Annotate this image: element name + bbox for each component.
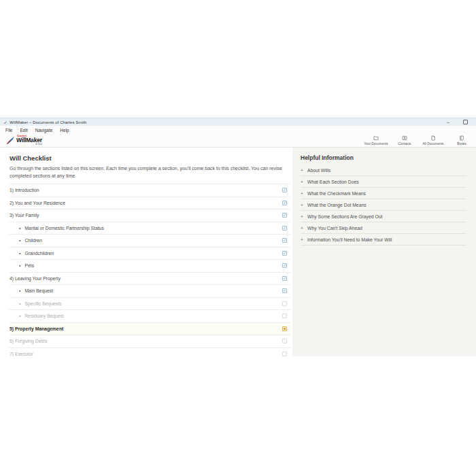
checklist-row[interactable]: •Pets✓: [10, 259, 290, 272]
helpful-info-panel: Helpful Information +About Wills+What Ea…: [292, 148, 476, 356]
title-bar: WillMaker – Documents of Charles Smith –: [0, 118, 476, 126]
checklist-row[interactable]: •Main Bequest✓: [10, 284, 290, 297]
expand-plus-icon: +: [301, 214, 303, 219]
bullet-icon: •: [19, 301, 20, 306]
toolbar-contacts[interactable]: Contacts: [390, 135, 419, 146]
toolbar-your-documents[interactable]: Your Documents: [362, 135, 390, 146]
checklist-description: Go through the sections listed on this s…: [10, 165, 287, 180]
bullet-icon: •: [19, 288, 20, 293]
toolbar-books[interactable]: Books: [447, 135, 476, 146]
empty-checkbox-icon: [282, 352, 287, 356]
menu-item-help[interactable]: Help: [60, 128, 69, 133]
app-window: WillMaker – Documents of Charles Smith –…: [0, 118, 476, 356]
app-header: Quicken WillMaker & Trust Your Documents…: [0, 134, 476, 148]
checklist-row[interactable]: 1) Introduction✓: [10, 184, 290, 197]
helpful-info-item[interactable]: +Why You Can't Skip Ahead: [301, 222, 466, 234]
checklist-row[interactable]: 3) Your Family✓: [10, 209, 290, 222]
menu-item-navigate[interactable]: Navigate: [35, 128, 53, 133]
checklist-item-label: 7) Executor: [10, 352, 33, 356]
expand-plus-icon: +: [301, 203, 303, 207]
helpful-info-item[interactable]: +Information You'll Need to Make Your Wi…: [301, 234, 466, 245]
checked-checkbox-icon: ✓: [282, 251, 287, 256]
helpful-info-title: Helpful Information: [301, 154, 466, 161]
checklist-item-label: 6) Forgiving Debts: [10, 339, 48, 343]
app-icon: [3, 120, 7, 124]
bullet-icon: •: [19, 238, 20, 243]
quill-icon: [6, 136, 15, 145]
logo-suffix: & Trust: [16, 143, 42, 146]
empty-checkbox-icon: [282, 313, 287, 318]
helpful-info-label: About Wills: [307, 168, 330, 173]
helpful-info-items: +About Wills+What Each Section Does+What…: [301, 165, 466, 245]
checked-checkbox-icon: ✓: [282, 188, 287, 192]
checklist-row[interactable]: •Children✓: [10, 234, 290, 247]
orange-dot-icon: [282, 326, 287, 331]
checklist-row: 6) Forgiving Debts: [10, 335, 290, 347]
expand-plus-icon: +: [301, 226, 303, 231]
menu-bar: FileEditNavigateHelp: [0, 126, 476, 134]
helpful-info-item[interactable]: +What the Checkmark Means: [301, 188, 466, 199]
app-logo: Quicken WillMaker & Trust: [6, 135, 42, 146]
toolbar-label: All Documents: [423, 142, 444, 146]
checklist-item-label: Specific Bequests: [24, 301, 61, 306]
checklist-item-label: 5) Property Management: [10, 326, 63, 331]
checked-checkbox-icon: ✓: [282, 288, 287, 293]
checked-checkbox-icon: ✓: [282, 201, 287, 205]
checklist-row: •Residuary Bequest: [10, 309, 290, 322]
helpful-info-item[interactable]: +What Each Section Does: [301, 176, 466, 188]
document-icon: [430, 135, 436, 141]
menu-item-edit[interactable]: Edit: [20, 128, 27, 133]
checklist-row[interactable]: 5) Property Management: [10, 322, 290, 335]
helpful-info-label: Why Some Sections Are Grayed Out: [307, 214, 382, 219]
checklist-panel: Will Checklist Go through the sections l…: [0, 148, 292, 356]
checklist-row: •Specific Bequests: [10, 297, 290, 310]
desktop: { "window": { "title": "WillMaker – Docu…: [0, 0, 476, 476]
toolbar: Your DocumentsContactsAll DocumentsBooks: [362, 135, 476, 146]
contact-card-icon: [402, 135, 407, 141]
expand-plus-icon: +: [301, 191, 303, 196]
checklist-item-label: 2) You and Your Residence: [10, 201, 65, 205]
helpful-info-label: What Each Section Does: [307, 180, 359, 184]
checklist-item-label: 3) Your Family: [10, 213, 39, 218]
checklist-item-label: Children: [24, 238, 41, 243]
checklist-row: 7) Executor: [10, 347, 290, 357]
checklist-item-label: Grandchildren: [24, 251, 54, 256]
expand-plus-icon: +: [301, 237, 303, 242]
window-controls: –: [447, 120, 476, 124]
checked-checkbox-icon: ✓: [282, 263, 287, 268]
toolbar-all-documents[interactable]: All Documents: [419, 135, 447, 146]
checklist-row[interactable]: •Marital or Domestic Partnership Status✓: [10, 222, 290, 235]
bullet-icon: •: [19, 226, 20, 231]
expand-plus-icon: +: [301, 180, 303, 184]
toolbar-label: Contacts: [398, 142, 411, 146]
helpful-info-item[interactable]: +What the Orange Dot Means: [301, 199, 466, 211]
checked-checkbox-icon: ✓: [282, 238, 287, 243]
helpful-info-label: Information You'll Need to Make Your Wil…: [307, 237, 392, 242]
window-title: WillMaker – Documents of Charles Smith: [10, 120, 86, 124]
page-title: Will Checklist: [10, 154, 292, 162]
checklist-item-label: Marital or Domestic Partnership Status: [24, 226, 103, 231]
helpful-info-label: What the Orange Dot Means: [307, 203, 367, 207]
helpful-info-item[interactable]: +Why Some Sections Are Grayed Out: [301, 211, 466, 222]
menu-item-file[interactable]: File: [5, 128, 12, 133]
minimize-button[interactable]: –: [447, 120, 449, 124]
content-area: Will Checklist Go through the sections l…: [0, 148, 476, 356]
empty-checkbox-icon: [282, 301, 287, 306]
helpful-info-item[interactable]: +About Wills: [301, 165, 466, 176]
toolbar-label: Your Documents: [364, 142, 388, 146]
folder-icon: [373, 135, 379, 141]
expand-plus-icon: +: [301, 168, 303, 173]
book-icon: [459, 135, 464, 141]
checklist-items: 1) Introduction✓2) You and Your Residenc…: [10, 184, 290, 356]
checklist-row[interactable]: •Grandchildren✓: [10, 247, 290, 260]
maximize-button[interactable]: [463, 120, 468, 124]
logo-text: Quicken WillMaker & Trust: [16, 135, 42, 146]
checklist-row[interactable]: 2) You and Your Residence✓: [10, 197, 290, 209]
bullet-icon: •: [19, 251, 20, 256]
checklist-item-label: 1) Introduction: [10, 188, 39, 192]
checked-checkbox-icon: ✓: [282, 213, 287, 218]
checklist-row[interactable]: 4) Leaving Your Property✓: [10, 272, 290, 285]
checklist-item-label: Main Bequest: [24, 288, 53, 293]
bullet-icon: •: [19, 263, 20, 268]
checklist-item-label: 4) Leaving Your Property: [10, 276, 61, 281]
